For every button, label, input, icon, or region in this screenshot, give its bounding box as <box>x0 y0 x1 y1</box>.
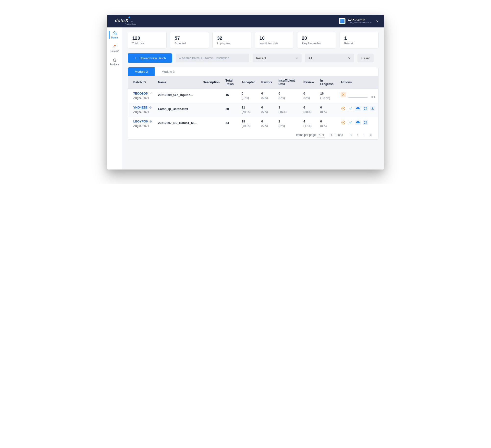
refresh-action-button[interactable] <box>363 120 368 125</box>
items-per-page-label: Items per page: <box>296 133 317 137</box>
sidebar-item-label: Review <box>110 50 119 52</box>
pagination-range: 1 – 3 of 3 <box>331 133 343 137</box>
col-review: Review <box>300 76 317 89</box>
svg-point-2 <box>342 107 345 110</box>
sort-select-value: Recent <box>256 56 266 60</box>
cell-rework-pct: (0%) <box>261 110 272 114</box>
cloud-download-button[interactable] <box>355 120 361 125</box>
refresh-action-button[interactable] <box>363 106 368 111</box>
cloud-download-button[interactable] <box>355 106 361 111</box>
cell-inprogress: 16 <box>320 92 324 95</box>
svg-point-1 <box>149 107 151 109</box>
sidebar-item-products[interactable]: Products <box>110 58 119 66</box>
col-insufficient-data: Insufficient Data <box>275 76 300 89</box>
batch-description <box>200 89 223 103</box>
cell-total: 16 <box>222 89 239 103</box>
upload-new-batch-button[interactable]: Upload New Batch <box>128 53 172 63</box>
stat-value: 1 <box>344 36 374 41</box>
cell-rework: 0 <box>261 120 263 123</box>
cell-insufficient: 0 <box>278 92 280 95</box>
page-size-select[interactable]: 5 <box>317 133 325 137</box>
download-action-button[interactable] <box>370 106 375 111</box>
batch-id-link[interactable]: 7EOG8O5 <box>133 92 152 95</box>
batch-date: Aug 9, 2021 <box>133 96 152 100</box>
next-page-button[interactable] <box>363 133 366 137</box>
stat-label: Rework <box>344 42 374 45</box>
cell-review-pct: (30%) <box>303 110 314 114</box>
avatar <box>339 18 345 24</box>
verified-icon <box>149 106 152 109</box>
first-page-button[interactable] <box>349 133 353 137</box>
batch-date: Aug 9, 2021 <box>133 110 152 114</box>
cell-accepted: 18 <box>242 120 245 123</box>
col-accepted: Accepted <box>239 76 258 89</box>
svg-point-3 <box>150 121 152 123</box>
cell-insufficient: 2 <box>278 120 280 123</box>
stat-total-rows: 120 Total rows <box>128 32 167 48</box>
sidebar-item-review[interactable]: Review <box>110 44 119 52</box>
cell-insufficient: 3 <box>278 106 280 109</box>
sidebar-item-label: Products <box>110 63 119 66</box>
stat-label: Total rows <box>132 42 162 45</box>
col-total-rows: Total Rows <box>222 76 239 89</box>
sidebar-item-label: Home <box>111 36 118 39</box>
top-bar: dataX .ai Product Data CAX Admin CAX_ADM… <box>107 15 384 27</box>
cell-rework-pct: (0%) <box>261 96 272 100</box>
stat-label: In progress <box>217 42 247 45</box>
cell-total: 24 <box>222 117 239 131</box>
plus-icon <box>134 56 137 60</box>
cell-insufficient-pct: (0%) <box>278 96 297 100</box>
chevron-down-icon <box>348 57 351 59</box>
pagination: Items per page: 5 1 – 3 of 3 <box>128 131 378 139</box>
stat-value: 10 <box>259 36 289 41</box>
batches-panel: Module 2 Module 3 Batch ID <box>128 67 379 140</box>
cancel-batch-button[interactable] <box>341 92 346 97</box>
cell-accepted: 11 <box>242 106 245 109</box>
table-row: 7EOG8O5 Aug 9, 2021 20210809_t&b_input.c… <box>128 89 378 103</box>
stat-value: 57 <box>175 36 204 41</box>
sidebar-item-home[interactable]: Home <box>111 31 118 39</box>
cell-review-pct: (0%) <box>303 96 314 100</box>
approve-action-button[interactable] <box>341 120 346 125</box>
stat-label: Accepted <box>175 42 204 45</box>
brand-suffix: .ai <box>131 20 133 23</box>
tab-module-3[interactable]: Module 3 <box>155 67 181 76</box>
cell-insufficient-pct: (15%) <box>278 110 297 114</box>
cell-accepted: 0 <box>242 92 243 95</box>
col-in-progress: In Progress <box>317 76 338 89</box>
filter-select[interactable]: All <box>305 54 354 62</box>
user-menu[interactable]: CAX Admin CAX_ADMINISTRATOR <box>339 18 379 24</box>
brand-logo: dataX .ai Product Data <box>115 17 136 25</box>
stat-accepted: 57 Accepted <box>170 32 209 48</box>
search-input-wrapper[interactable] <box>176 54 249 62</box>
search-input[interactable] <box>182 56 246 60</box>
approve-action-button[interactable] <box>341 106 346 111</box>
batch-id-link[interactable]: YNO4E1E <box>133 106 152 109</box>
last-page-button[interactable] <box>369 133 373 137</box>
search-icon <box>179 56 182 60</box>
user-name: CAX Admin <box>348 18 372 22</box>
cell-rework-pct: (0%) <box>261 124 272 128</box>
stat-value: 120 <box>132 36 162 41</box>
sort-select[interactable]: Recent <box>253 54 302 62</box>
cell-review-pct: (17%) <box>303 124 314 128</box>
reset-button[interactable]: Reset <box>357 54 374 62</box>
sidebar: Home Review Products <box>107 27 122 170</box>
check-action-button[interactable] <box>348 120 353 125</box>
svg-point-0 <box>179 57 181 59</box>
prev-page-button[interactable] <box>356 133 359 137</box>
cell-review: 6 <box>303 106 305 109</box>
check-action-button[interactable] <box>348 106 353 111</box>
edit-icon <box>112 44 117 49</box>
batches-table: Batch ID Name Description Total Rows Acc… <box>128 76 378 131</box>
stat-requires-review: 20 Requires review <box>297 32 336 48</box>
cell-review: 0 <box>303 92 305 95</box>
batch-id-link[interactable]: LEOYPO0 <box>133 120 152 123</box>
col-batch-id: Batch ID <box>128 76 155 89</box>
stat-value: 32 <box>217 36 247 41</box>
tab-module-2[interactable]: Module 2 <box>128 67 155 76</box>
cell-rework: 0 <box>261 106 263 109</box>
stat-rework: 1 Rework <box>340 32 379 48</box>
batch-name: Eaton_Ip_Batch.xlsx <box>155 103 200 117</box>
batch-id-text: LEOYPO0 <box>133 120 148 123</box>
